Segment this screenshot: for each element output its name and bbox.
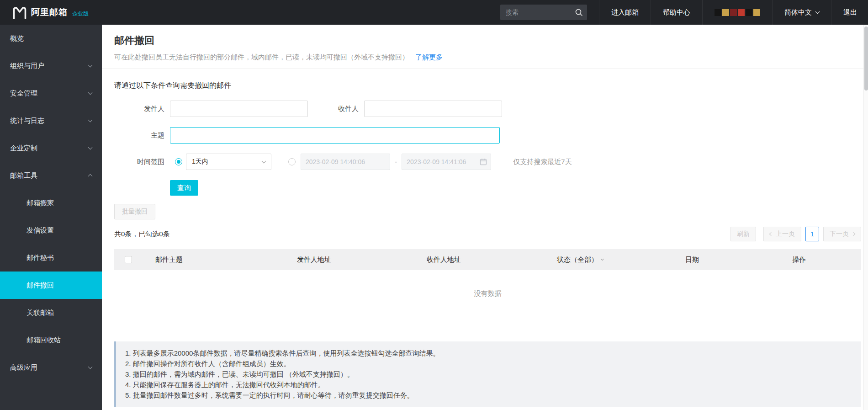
chevron-left-icon (769, 232, 773, 236)
sender-label: 发件人 (114, 105, 170, 113)
chevron-up-icon (88, 174, 93, 179)
palette-swatch (738, 9, 745, 16)
notes-panel: 1. 列表最多展示20000条邮件数据，请尽量精确搜索条件后查询，使用列表全选按… (114, 341, 861, 407)
prev-page-button[interactable]: 上一页 (763, 227, 801, 241)
time-custom-radio[interactable] (288, 158, 296, 165)
time-range-row: 时间范围 1天内 - 仅支持搜 (114, 154, 856, 170)
note-item: 5. 批量撤回邮件数量过多时，系统需要一定的执行时间，请耐心等待，请勿重复提交撤… (125, 390, 852, 400)
prev-page-label: 上一页 (776, 230, 795, 238)
palette-swatch (746, 9, 752, 16)
scrollbar[interactable] (863, 25, 868, 410)
sidebar-item-sending-settings[interactable]: 发信设置 (0, 217, 102, 244)
calendar-icon (480, 158, 487, 165)
logout-label: 退出 (843, 8, 857, 17)
time-range-label: 时间范围 (114, 158, 170, 166)
time-preset-select[interactable]: 1天内 (186, 154, 271, 170)
sidebar-item-advanced-apps[interactable]: 高级应用 (0, 354, 102, 381)
chevron-down-icon (88, 145, 93, 150)
sidebar-item-mailbox-recycle-bin[interactable]: 邮箱回收站 (0, 326, 102, 354)
sidebar-item-linked-mailbox[interactable]: 关联邮箱 (0, 299, 102, 326)
sidebar-item-label: 邮件撤回 (26, 281, 54, 290)
page-title: 邮件撤回 (114, 35, 856, 47)
help-center-button[interactable]: 帮助中心 (651, 0, 702, 25)
sidebar-item-mailbox-tools[interactable]: 邮箱工具 (0, 162, 102, 189)
end-time-wrap (402, 154, 491, 170)
time-preset-value: 1天内 (192, 158, 208, 166)
sidebar-item-label: 邮箱工具 (10, 171, 37, 180)
scrollbar-thumb[interactable] (864, 27, 868, 91)
subject-input[interactable] (170, 127, 500, 144)
list-toolbar: 批量撤回 (102, 196, 868, 219)
table-header: 邮件主题 发件人地址 收件人地址 状态（全部） 日期 操作 (114, 249, 861, 270)
time-preset-radio[interactable] (175, 158, 182, 165)
column-recipient-address: 收件人地址 (427, 256, 557, 264)
logout-button[interactable]: 退出 (831, 0, 868, 25)
palette-swatch (722, 9, 729, 16)
brand: 阿里邮箱 企业版 (0, 0, 89, 25)
chevron-right-icon (852, 232, 855, 236)
next-page-button[interactable]: 下一页 (823, 227, 861, 241)
theme-palette (702, 0, 772, 25)
result-count: 共0条，已勾选0条 (114, 230, 170, 239)
topbar: 阿里邮箱 企业版 进入邮箱 帮助中心 简体中文 (0, 0, 868, 25)
enter-mailbox-button[interactable]: 进入邮箱 (599, 0, 651, 25)
empty-state: 没有数据 (114, 270, 861, 317)
topbar-actions: 进入邮箱 帮助中心 简体中文 退出 (500, 0, 868, 25)
sidebar-item-label: 关联邮箱 (26, 309, 54, 317)
note-item: 4. 只能撤回保存在服务器上的邮件，无法撤回代收到本地的邮件。 (125, 379, 852, 390)
subject-label: 主题 (114, 131, 170, 140)
search-button[interactable]: 查询 (170, 180, 198, 196)
topbar-search (500, 5, 587, 20)
learn-more-link[interactable]: 了解更多 (415, 53, 443, 61)
sidebar-item-security-management[interactable]: 安全管理 (0, 80, 102, 107)
note-item: 3. 撤回的邮件，需为域内邮件，已读、未读均可撤回 （外域不支持撤回）。 (125, 369, 852, 379)
recipient-input[interactable] (364, 101, 502, 117)
sidebar-item-overview[interactable]: 概览 (0, 25, 102, 52)
content: 邮件撤回 可在此处撤回员工无法自行撤回的部分邮件，域内邮件，已读，未读均可撤回（… (102, 25, 868, 410)
palette-swatch (715, 9, 721, 16)
language-selector[interactable]: 简体中文 (772, 0, 831, 25)
table-header-checkbox-cell (114, 256, 155, 263)
refresh-button[interactable]: 刷新 (730, 227, 756, 241)
chevron-down-icon (88, 63, 93, 68)
current-page[interactable]: 1 (805, 227, 819, 241)
mail-table: 邮件主题 发件人地址 收件人地址 状态（全部） 日期 操作 没有数据 (114, 249, 861, 317)
select-all-checkbox[interactable] (125, 256, 132, 263)
page-description: 可在此处撤回员工无法自行撤回的部分邮件，域内邮件，已读，未读均可撤回（外域不支持… (114, 53, 409, 61)
brand-edition-badge: 企业版 (72, 10, 89, 18)
alimail-logo-icon (13, 6, 26, 19)
palette-swatch (730, 9, 737, 16)
sidebar-item-label: 邮箱回收站 (26, 336, 61, 345)
chevron-down-icon (88, 118, 93, 122)
recipient-label: 收件人 (315, 105, 364, 113)
sidebar-item-label: 发信设置 (26, 226, 54, 235)
column-status-filter[interactable]: 状态（全部） (557, 256, 685, 264)
palette-swatch (753, 9, 760, 16)
sidebar-item-label: 组织与用户 (10, 62, 44, 70)
enter-mailbox-label: 进入邮箱 (611, 8, 639, 17)
sender-recipient-row: 发件人 收件人 (114, 101, 856, 117)
sidebar-item-stats-and-logs[interactable]: 统计与日志 (0, 107, 102, 134)
chevron-down-icon (262, 159, 266, 164)
search-icon[interactable] (575, 8, 583, 16)
subject-row: 主题 (114, 127, 856, 144)
sidebar-item-label: 统计与日志 (10, 117, 44, 125)
start-time-input (301, 154, 390, 170)
sidebar-item-mail-secretary[interactable]: 邮件秘书 (0, 244, 102, 272)
query-heading: 请通过以下条件查询需要撤回的邮件 (114, 81, 856, 91)
sidebar-item-mailbox-migration[interactable]: 邮箱搬家 (0, 189, 102, 217)
end-time-input (402, 154, 491, 170)
sidebar-item-label: 邮箱搬家 (26, 199, 54, 208)
help-center-label: 帮助中心 (663, 8, 690, 17)
batch-recall-button[interactable]: 批量撤回 (114, 204, 155, 219)
note-item: 2. 邮件撤回操作对所有收件人（含邮件组成员）生效。 (125, 358, 852, 369)
chevron-down-icon (88, 365, 93, 369)
column-sender-address: 发件人地址 (297, 256, 427, 264)
sidebar-item-enterprise-customization[interactable]: 企业定制 (0, 134, 102, 162)
sidebar-item-org-and-users[interactable]: 组织与用户 (0, 52, 102, 80)
chevron-down-icon (88, 91, 93, 95)
sidebar-item-mail-recall[interactable]: 邮件撤回 (0, 272, 102, 299)
search-input[interactable] (500, 5, 587, 20)
brand-name: 阿里邮箱 (31, 6, 68, 18)
sender-input[interactable] (170, 101, 308, 117)
